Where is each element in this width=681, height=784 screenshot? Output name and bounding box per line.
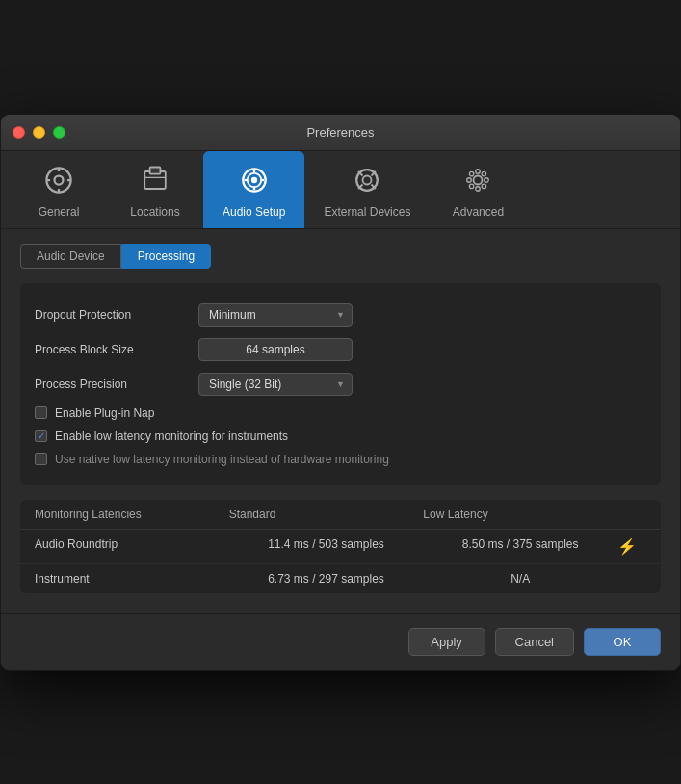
cancel-button[interactable]: Cancel — [495, 628, 574, 656]
process-precision-label: Process Precision — [35, 378, 198, 391]
dropout-protection-dropdown-wrapper: Minimum Low Medium High Maximum — [198, 303, 353, 327]
tab-bar: General Locations — [1, 151, 680, 229]
dropout-protection-select[interactable]: Minimum Low Medium High Maximum — [198, 303, 353, 327]
svg-point-12 — [252, 170, 255, 172]
traffic-lights — [13, 126, 65, 139]
svg-point-14 — [244, 178, 247, 181]
native-low-latency-row[interactable]: Use native low latency monitoring instea… — [35, 448, 646, 471]
window-title: Preferences — [306, 125, 374, 140]
low-latency-monitoring-checkbox[interactable]: ✓ — [35, 430, 47, 442]
tab-general[interactable]: General — [11, 151, 107, 228]
audio-roundtrip-status-icon: ⚡ — [617, 537, 646, 556]
sub-tab-bar: Audio Device Processing — [20, 244, 661, 269]
audio-roundtrip-standard: 11.4 ms / 503 samples — [229, 537, 424, 556]
svg-point-25 — [467, 177, 472, 182]
ok-button[interactable]: OK — [584, 628, 661, 656]
enable-plugin-nap-checkbox[interactable] — [35, 406, 47, 419]
native-low-latency-label: Use native low latency monitoring instea… — [55, 453, 389, 466]
dropout-protection-control: Minimum Low Medium High Maximum — [198, 303, 646, 327]
table-row: Audio Roundtrip 11.4 ms / 503 samples 8.… — [20, 530, 661, 564]
tab-audio-setup-label: Audio Setup — [223, 205, 285, 219]
instrument-name: Instrument — [35, 572, 229, 586]
process-block-size-row: Process Block Size 64 samples — [35, 332, 646, 367]
locations-icon — [136, 161, 174, 199]
dropout-protection-label: Dropout Protection — [35, 308, 198, 322]
general-icon — [39, 161, 78, 199]
latency-header-name: Monitoring Latencies — [35, 508, 229, 521]
tab-general-label: General — [39, 205, 80, 219]
enable-plugin-nap-row[interactable]: Enable Plug-in Nap — [35, 402, 646, 425]
instrument-status — [617, 572, 646, 586]
check-mark-icon: ✓ — [38, 431, 45, 441]
sub-tab-audio-device[interactable]: Audio Device — [20, 244, 121, 269]
latency-header-status — [617, 508, 646, 521]
tab-locations[interactable]: Locations — [107, 151, 203, 228]
svg-point-27 — [470, 171, 475, 176]
svg-point-26 — [485, 177, 489, 182]
tab-locations-label: Locations — [130, 205, 179, 219]
process-precision-row: Process Precision Single (32 Bit) Double… — [35, 367, 646, 402]
svg-point-30 — [470, 184, 475, 189]
content-area: Audio Device Processing Dropout Protecti… — [1, 229, 680, 613]
svg-point-13 — [252, 187, 255, 190]
low-latency-monitoring-row[interactable]: ✓ Enable low latency monitoring for inst… — [35, 425, 646, 448]
audio-roundtrip-name: Audio Roundtrip — [35, 537, 229, 556]
tab-external-devices[interactable]: External Devices — [304, 151, 430, 228]
process-precision-control: Single (32 Bit) Double (64 Bit) — [198, 373, 646, 396]
svg-point-0 — [46, 168, 70, 192]
footer: Apply Cancel OK — [1, 613, 680, 670]
process-precision-dropdown-wrapper: Single (32 Bit) Double (64 Bit) — [198, 373, 353, 396]
maximize-button[interactable] — [53, 126, 65, 139]
latency-header-low-latency: Low Latency — [423, 508, 617, 521]
external-devices-icon — [348, 161, 386, 199]
svg-point-17 — [363, 175, 372, 184]
svg-point-23 — [476, 169, 481, 173]
process-block-size-label: Process Block Size — [35, 343, 198, 356]
latency-table: Monitoring Latencies Standard Low Latenc… — [20, 500, 661, 593]
svg-point-1 — [55, 175, 64, 184]
tab-audio-setup[interactable]: Audio Setup — [203, 151, 304, 228]
svg-point-11 — [251, 176, 257, 182]
title-bar: Preferences — [1, 115, 680, 151]
process-precision-select[interactable]: Single (32 Bit) Double (64 Bit) — [198, 373, 353, 396]
instrument-standard: 6.73 ms / 297 samples — [229, 572, 424, 586]
svg-point-15 — [261, 178, 264, 181]
settings-panel: Dropout Protection Minimum Low Medium Hi… — [20, 283, 661, 485]
process-block-size-control: 64 samples — [198, 338, 646, 361]
svg-point-28 — [483, 184, 487, 189]
svg-rect-7 — [150, 167, 161, 173]
tab-advanced-label: Advanced — [453, 205, 504, 219]
process-block-size-value: 64 samples — [198, 338, 353, 361]
apply-button[interactable]: Apply — [408, 628, 485, 656]
sub-tab-processing[interactable]: Processing — [121, 244, 211, 269]
tab-advanced[interactable]: Advanced — [430, 151, 526, 228]
low-latency-monitoring-label: Enable low latency monitoring for instru… — [55, 430, 288, 443]
preferences-window: Preferences General — [0, 114, 681, 671]
tab-external-devices-label: External Devices — [324, 205, 410, 219]
native-low-latency-checkbox[interactable] — [35, 453, 47, 465]
enable-plugin-nap-label: Enable Plug-in Nap — [55, 406, 154, 420]
close-button[interactable] — [13, 126, 25, 139]
minimize-button[interactable] — [33, 126, 45, 139]
svg-point-24 — [476, 186, 481, 191]
svg-point-22 — [474, 175, 483, 184]
advanced-icon — [458, 161, 497, 199]
dropout-protection-row: Dropout Protection Minimum Low Medium Hi… — [35, 298, 646, 332]
svg-point-29 — [483, 171, 487, 176]
instrument-low-latency: N/A — [423, 572, 617, 586]
latency-table-header: Monitoring Latencies Standard Low Latenc… — [20, 500, 661, 530]
audio-setup-icon — [235, 161, 274, 199]
audio-roundtrip-low-latency: 8.50 ms / 375 samples — [423, 537, 617, 556]
table-row: Instrument 6.73 ms / 297 samples N/A — [20, 564, 661, 593]
latency-header-standard: Standard — [229, 508, 424, 521]
